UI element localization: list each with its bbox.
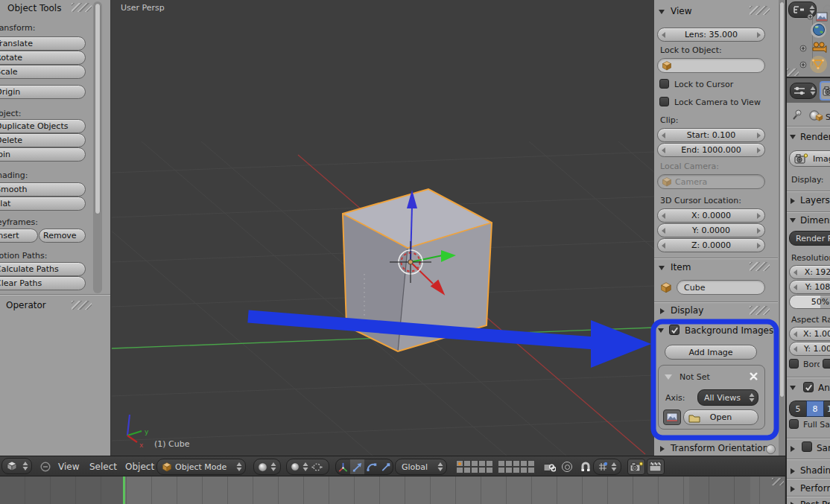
display-panel-title[interactable]: Display: [671, 305, 703, 316]
aa-sample-11-button[interactable]: 11: [824, 401, 830, 417]
dimensions-panel-title[interactable]: Dimensions: [800, 215, 830, 226]
proportional-edit-icon[interactable]: [562, 462, 572, 472]
editor-corner-grip[interactable]: [787, 68, 799, 76]
manipulator-axes-button[interactable]: [336, 459, 350, 474]
render-layer-icon[interactable]: [816, 12, 828, 22]
aa-sample-8-button[interactable]: 8: [806, 401, 824, 417]
lock-to-cursor-checkbox[interactable]: [659, 79, 669, 89]
object-menu[interactable]: Object: [125, 462, 154, 472]
scene-breadcrumb[interactable]: Scene: [826, 112, 830, 122]
background-images-checkbox[interactable]: [669, 325, 679, 335]
close-icon[interactable]: [749, 371, 758, 381]
operator-panel-title[interactable]: Operator: [6, 300, 46, 310]
cursor-z-slider[interactable]: Z: 0.0000: [657, 238, 765, 252]
axis-dropdown[interactable]: All Views: [697, 389, 758, 406]
render-panel-collapse-icon[interactable]: [790, 135, 796, 139]
aspect-x-slider[interactable]: X: 1.000: [789, 327, 830, 341]
aa-sample-5-button[interactable]: 5: [789, 401, 806, 417]
transform-orientations-collapse-icon[interactable]: [660, 446, 665, 452]
layers-grid-2[interactable]: [498, 460, 535, 473]
manipulator-rotate-button[interactable]: [364, 459, 378, 474]
layer-cell-active[interactable]: [456, 460, 463, 467]
motion-blur-checkbox[interactable]: [802, 441, 812, 452]
layers-panel-title[interactable]: Layers: [800, 195, 830, 205]
snap-magnet-icon[interactable]: [580, 461, 592, 473]
editor-type-dropdown[interactable]: [1, 458, 32, 474]
antialiasing-panel-collapse-icon[interactable]: [790, 386, 796, 390]
performance-panel-collapse-icon[interactable]: [791, 486, 795, 492]
resolution-scale-slider[interactable]: 50%: [789, 295, 830, 309]
aspect-y-slider[interactable]: Y: 1.000: [789, 342, 830, 356]
rotate-button[interactable]: Rotate: [0, 51, 86, 65]
properties-editor-type-dropdown[interactable]: [790, 83, 817, 99]
remove-keyframe-button[interactable]: Remove: [39, 229, 86, 243]
expand-plus-icon[interactable]: [799, 61, 807, 68]
resolution-x-slider[interactable]: X: 1920: [789, 265, 830, 279]
motion-blur-panel-title[interactable]: Sampled Motion Blur: [817, 443, 830, 453]
scale-button[interactable]: Scale: [0, 65, 86, 79]
timeline[interactable]: [0, 476, 785, 504]
lock-camera-to-view-checkbox[interactable]: [659, 97, 669, 106]
clip-start-slider[interactable]: Start: 0.100: [657, 128, 765, 142]
motion-blur-collapse-icon[interactable]: [791, 446, 795, 452]
shading-panel-collapse-icon[interactable]: [791, 468, 795, 474]
add-image-button[interactable]: Add Image: [665, 345, 757, 360]
mesh-data-icon[interactable]: [811, 58, 825, 70]
current-frame-marker[interactable]: [123, 476, 125, 504]
background-images-collapse-icon[interactable]: [658, 328, 664, 333]
display-panel-collapse-icon[interactable]: [660, 308, 665, 314]
entry-expand-icon[interactable]: [665, 374, 672, 380]
layers-grid-1[interactable]: [456, 460, 493, 473]
tool-shelf-title[interactable]: Object Tools: [7, 3, 61, 13]
minus-icon[interactable]: [40, 462, 51, 472]
transform-orientations-title[interactable]: Transform Orientations: [671, 443, 773, 453]
duplicate-objects-button[interactable]: Duplicate Objects: [0, 119, 86, 133]
clear-paths-button[interactable]: Clear Paths: [0, 276, 86, 290]
select-menu[interactable]: Select: [89, 462, 117, 472]
shading-panel-title[interactable]: Shading: [800, 465, 830, 476]
translate-button[interactable]: Translate: [0, 36, 86, 51]
performance-panel-title[interactable]: Performance: [800, 483, 830, 494]
transform-orientation-dropdown[interactable]: Global: [395, 459, 447, 475]
camera-object-icon[interactable]: [811, 42, 828, 54]
cube-object[interactable]: [343, 189, 492, 351]
delete-button[interactable]: Delete: [0, 133, 86, 147]
crop-checkbox[interactable]: [823, 359, 830, 369]
item-name-field[interactable]: Cube: [677, 280, 765, 295]
open-image-button[interactable]: Open: [683, 409, 758, 425]
editor-corner-grip[interactable]: [772, 478, 784, 485]
layers-panel-collapse-icon[interactable]: [791, 198, 795, 204]
tool-shelf-scrollbar-thumb[interactable]: [95, 3, 101, 214]
insert-keyframe-button[interactable]: Insert: [0, 229, 38, 243]
origin-button[interactable]: Origin: [0, 85, 86, 99]
lock-to-object-field[interactable]: [657, 58, 765, 73]
lens-slider[interactable]: Lens: 35.000: [657, 28, 765, 42]
snap-element-dropdown[interactable]: [593, 459, 621, 475]
local-camera-field[interactable]: Camera: [657, 174, 765, 189]
render-image-button[interactable]: Image: [789, 150, 830, 167]
background-images-title[interactable]: Background Images: [685, 325, 773, 336]
render-presets-dropdown[interactable]: Render Presets: [789, 231, 830, 246]
n-panel-scrollbar-thumb[interactable]: [779, 1, 785, 398]
view-panel-collapse-icon[interactable]: [659, 10, 665, 14]
render-animation-button[interactable]: [647, 459, 665, 475]
viewport-3d[interactable]: y x User Persp (1) Cube: [112, 0, 654, 456]
lock-to-scene-icon[interactable]: [542, 461, 556, 473]
calculate-paths-button[interactable]: Calculate Paths: [0, 262, 86, 276]
manipulate-centers-icon[interactable]: [311, 462, 323, 473]
cursor-y-slider[interactable]: Y: 0.0000: [657, 223, 765, 237]
clip-end-slider[interactable]: End: 1000.000: [657, 143, 765, 157]
manipulator-scale-button[interactable]: [378, 459, 393, 474]
expand-plus-icon[interactable]: [807, 13, 814, 20]
image-datablock-button[interactable]: [663, 409, 681, 425]
expand-plus-icon[interactable]: [799, 45, 807, 52]
dimensions-panel-collapse-icon[interactable]: [790, 218, 796, 223]
item-panel-collapse-icon[interactable]: [659, 266, 665, 270]
antialiasing-panel-title[interactable]: Anti-Aliasing: [818, 383, 830, 393]
render-panel-title[interactable]: Render: [800, 132, 830, 142]
smooth-button[interactable]: Smooth: [0, 182, 86, 197]
render-still-button[interactable]: [627, 459, 645, 475]
pin-icon[interactable]: [791, 109, 802, 121]
render-tab-button[interactable]: [820, 81, 830, 101]
antialiasing-checkbox[interactable]: [803, 382, 814, 392]
